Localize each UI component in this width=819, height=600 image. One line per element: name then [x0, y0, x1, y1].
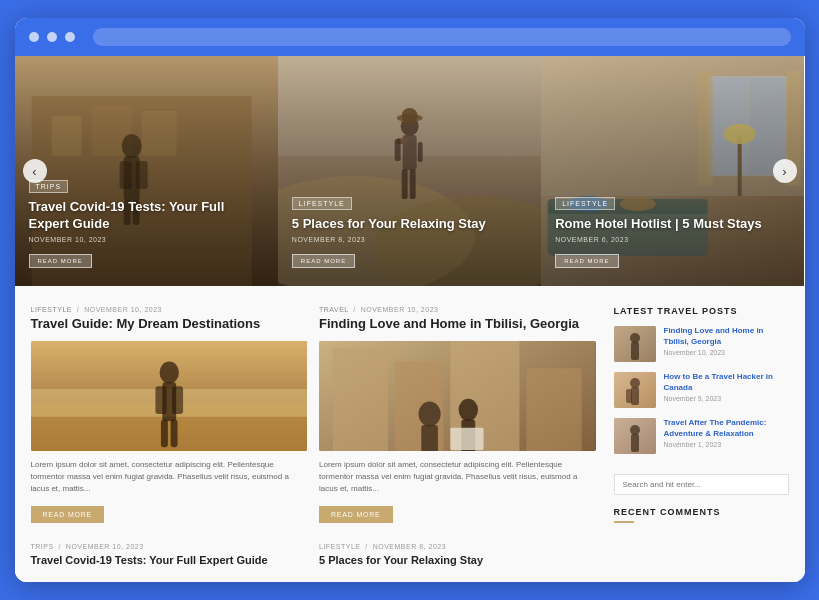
latest-post-date-1: November 9, 2023 [664, 395, 789, 402]
slide-3-date: NOVEMBER 6, 2023 [555, 236, 790, 243]
svg-rect-45 [160, 420, 167, 448]
latest-post-thumb-0 [614, 326, 656, 362]
search-input[interactable] [614, 474, 789, 495]
browser-window: ‹ [15, 18, 805, 581]
latest-post-item-2: Travel After The Pandemic: Adventure & R… [614, 418, 789, 454]
bottom-post-meta-1: LIFESTYLE / NOVEMBER 8, 2023 [319, 543, 596, 550]
browser-url-bar[interactable] [93, 28, 791, 46]
svg-rect-53 [421, 425, 438, 451]
post-date-right: NOVEMBER 10, 2023 [361, 306, 439, 313]
slide-2-title: 5 Places for Your Relaxing Stay [292, 216, 527, 233]
svg-point-41 [159, 362, 178, 384]
post-read-more-left[interactable]: READ MORE [31, 506, 105, 523]
slide-3: LIFESTYLE Rome Hotel Hotlist | 5 Must St… [541, 56, 804, 286]
slide-1-read-more[interactable]: READ MORE [29, 254, 92, 268]
svg-rect-43 [155, 387, 166, 415]
latest-post-info-1: How to Be a Travel Hacker in Canada Nove… [664, 372, 789, 402]
bottom-post-date-0: NOVEMBER 10, 2023 [66, 543, 144, 550]
slide-2-content: LIFESTYLE 5 Places for Your Relaxing Sta… [292, 192, 527, 269]
latest-post-date-0: November 10, 2023 [664, 349, 789, 356]
slide-2-read-more[interactable]: READ MORE [292, 254, 355, 268]
svg-rect-48 [333, 348, 388, 451]
latest-post-thumb-2 [614, 418, 656, 454]
slide-3-read-more[interactable]: READ MORE [555, 254, 618, 268]
recent-comments-title: RECENT COMMENTS [614, 507, 789, 517]
latest-post-thumb-1 [614, 372, 656, 408]
post-excerpt-left: Lorem ipsum dolor sit amet, consectetur … [31, 459, 308, 495]
post-card-left: LIFESTYLE / NOVEMBER 10, 2023 Travel Gui… [31, 306, 308, 523]
two-col-posts: LIFESTYLE / NOVEMBER 10, 2023 Travel Gui… [31, 306, 596, 539]
svg-rect-44 [172, 387, 183, 415]
svg-rect-62 [631, 387, 639, 405]
post-date-left: NOVEMBER 10, 2023 [84, 306, 162, 313]
browser-dot-red [29, 32, 39, 42]
hero-slider: ‹ [15, 56, 805, 286]
slide-1-date: NOVEMBER 10, 2023 [29, 236, 264, 243]
svg-rect-46 [170, 420, 177, 448]
bottom-post-1: LIFESTYLE / NOVEMBER 8, 2023 5 Places fo… [319, 543, 596, 567]
post-meta-right: TRAVEL / NOVEMBER 10, 2023 [319, 306, 596, 313]
bottom-post-category-1: LIFESTYLE [319, 543, 360, 550]
main-content: LIFESTYLE / NOVEMBER 10, 2023 Travel Gui… [15, 286, 805, 581]
post-card-right: TRAVEL / NOVEMBER 10, 2023 Finding Love … [319, 306, 596, 523]
latest-post-item-0: Finding Love and Home in Tbilisi, Georgi… [614, 326, 789, 362]
latest-post-info-0: Finding Love and Home in Tbilisi, Georgi… [664, 326, 789, 356]
slider-next-button[interactable]: › [773, 159, 797, 183]
bottom-post-meta-0: TRIPS / NOVEMBER 10, 2023 [31, 543, 308, 550]
post-category-right: TRAVEL [319, 306, 348, 313]
browser-content: ‹ [15, 56, 805, 581]
slide-1-title: Travel Covid-19 Tests: Your Full Expert … [29, 199, 264, 233]
slide-2: LIFESTYLE 5 Places for Your Relaxing Sta… [278, 56, 541, 286]
svg-point-58 [630, 333, 640, 343]
svg-point-54 [459, 399, 478, 421]
svg-rect-63 [626, 389, 632, 403]
latest-post-info-2: Travel After The Pandemic: Adventure & R… [664, 418, 789, 448]
post-read-more-right[interactable]: READ MORE [319, 506, 393, 523]
sidebar: LATEST TRAVEL POSTS Finding Love and Hom… [614, 306, 789, 567]
bottom-post-category-0: TRIPS [31, 543, 54, 550]
latest-post-title-1[interactable]: How to Be a Travel Hacker in Canada [664, 372, 789, 393]
browser-dot-green [65, 32, 75, 42]
svg-rect-56 [450, 428, 483, 450]
browser-dot-yellow [47, 32, 57, 42]
slide-1: TRIPS Travel Covid-19 Tests: Your Full E… [15, 56, 278, 286]
slide-3-tag: LIFESTYLE [555, 197, 615, 210]
svg-rect-51 [526, 369, 581, 452]
bottom-posts: TRIPS / NOVEMBER 10, 2023 Travel Covid-1… [31, 543, 596, 567]
latest-post-title-2[interactable]: Travel After The Pandemic: Adventure & R… [664, 418, 789, 439]
slide-3-content: LIFESTYLE Rome Hotel Hotlist | 5 Must St… [555, 192, 790, 269]
post-meta-left: LIFESTYLE / NOVEMBER 10, 2023 [31, 306, 308, 313]
post-excerpt-right: Lorem ipsum dolor sit amet, consectetur … [319, 459, 596, 495]
posts-area: LIFESTYLE / NOVEMBER 10, 2023 Travel Gui… [31, 306, 596, 567]
latest-post-title-0[interactable]: Finding Love and Home in Tbilisi, Georgi… [664, 326, 789, 347]
latest-post-date-2: November 1, 2023 [664, 441, 789, 448]
svg-rect-66 [631, 434, 639, 452]
svg-point-65 [630, 425, 640, 435]
bottom-post-title-0: Travel Covid-19 Tests: Your Full Expert … [31, 553, 308, 567]
sidebar-latest-title: LATEST TRAVEL POSTS [614, 306, 789, 316]
svg-point-52 [419, 402, 441, 427]
slide-1-content: TRIPS Travel Covid-19 Tests: Your Full E… [29, 175, 264, 269]
slider-prev-button[interactable]: ‹ [23, 159, 47, 183]
bottom-post-title-1: 5 Places for Your Relaxing Stay [319, 553, 596, 567]
post-thumb-left [31, 341, 308, 451]
browser-bar [15, 18, 805, 56]
bottom-post-date-1: NOVEMBER 8, 2023 [373, 543, 446, 550]
latest-post-item-1: How to Be a Travel Hacker in Canada Nove… [614, 372, 789, 408]
post-title-right: Finding Love and Home in Tbilisi, Georgi… [319, 316, 596, 333]
svg-point-61 [630, 378, 640, 388]
bottom-post-0: TRIPS / NOVEMBER 10, 2023 Travel Covid-1… [31, 543, 308, 567]
slide-3-title: Rome Hotel Hotlist | 5 Must Stays [555, 216, 790, 233]
slide-2-date: NOVEMBER 8, 2023 [292, 236, 527, 243]
svg-rect-59 [631, 342, 639, 360]
slide-2-tag: LIFESTYLE [292, 197, 352, 210]
post-thumb-right [319, 341, 596, 451]
post-title-left: Travel Guide: My Dream Destinations [31, 316, 308, 333]
post-category-left: LIFESTYLE [31, 306, 72, 313]
recent-comments-underline [614, 521, 634, 523]
